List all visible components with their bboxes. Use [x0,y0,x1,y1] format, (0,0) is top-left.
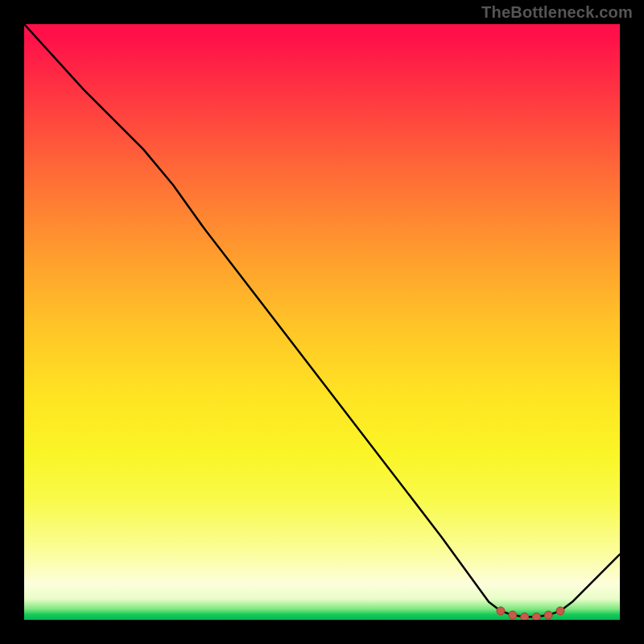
chart-marker [556,607,564,615]
chart-area [24,24,620,620]
chart-marker [521,613,529,620]
chart-marker [509,611,517,619]
chart-marker [497,607,505,615]
chart-marker [544,611,552,619]
chart-marker [532,613,540,620]
chart-curve [24,24,620,617]
chart-line-layer [24,24,620,620]
attribution-text: TheBottleneck.com [481,3,633,22]
